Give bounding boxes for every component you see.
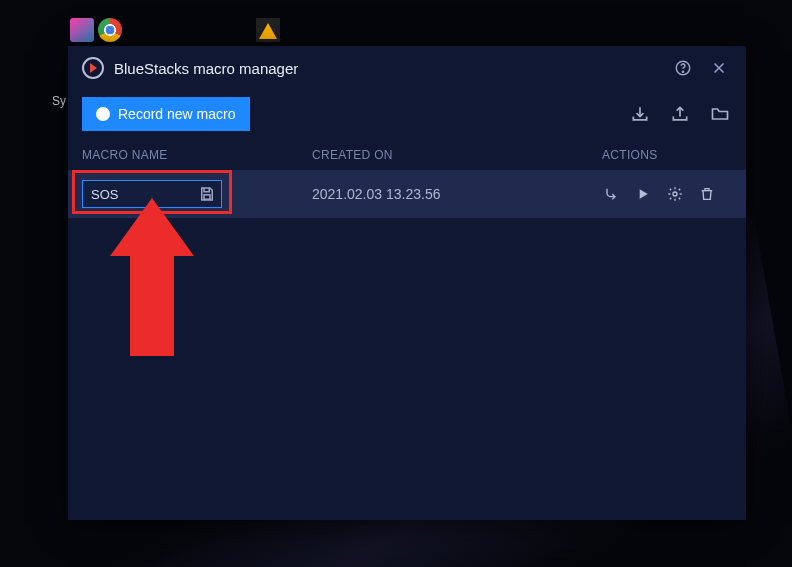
macro-name-cell (82, 180, 312, 208)
close-icon[interactable] (706, 55, 732, 81)
gear-icon[interactable] (666, 185, 684, 203)
col-header-name: MACRO NAME (82, 148, 312, 162)
chrome-icon[interactable] (98, 18, 122, 42)
help-icon[interactable] (670, 55, 696, 81)
titlebar: BlueStacks macro manager (68, 46, 746, 90)
trash-icon[interactable] (698, 185, 716, 203)
import-icon[interactable] (628, 102, 652, 126)
macro-manager-window: BlueStacks macro manager Record new macr… (68, 46, 746, 520)
save-icon[interactable] (198, 185, 216, 203)
table-row: 2021.02.03 13.23.56 (68, 170, 746, 218)
list-header: MACRO NAME CREATED ON ACTIONS (68, 138, 746, 170)
desktop-folder-icon[interactable] (256, 18, 280, 42)
play-icon[interactable] (634, 185, 652, 203)
svg-rect-2 (204, 195, 210, 200)
col-header-actions: ACTIONS (602, 148, 732, 162)
window-title: BlueStacks macro manager (114, 60, 298, 77)
col-header-created: CREATED ON (312, 148, 602, 162)
macro-created-on: 2021.02.03 13.23.56 (312, 186, 602, 202)
app-icon (82, 57, 104, 79)
merge-icon[interactable] (602, 185, 620, 203)
desktop-label-fragment: Sy (52, 94, 66, 108)
record-dot-icon (96, 107, 110, 121)
desktop-icons (70, 18, 122, 42)
record-button-label: Record new macro (118, 106, 236, 122)
desktop-app-icon[interactable] (70, 18, 94, 42)
open-folder-icon[interactable] (708, 102, 732, 126)
toolbar: Record new macro (68, 90, 746, 138)
svg-point-3 (673, 192, 677, 196)
macro-actions (602, 185, 732, 203)
export-icon[interactable] (668, 102, 692, 126)
record-new-macro-button[interactable]: Record new macro (82, 97, 250, 131)
svg-point-1 (682, 71, 683, 72)
